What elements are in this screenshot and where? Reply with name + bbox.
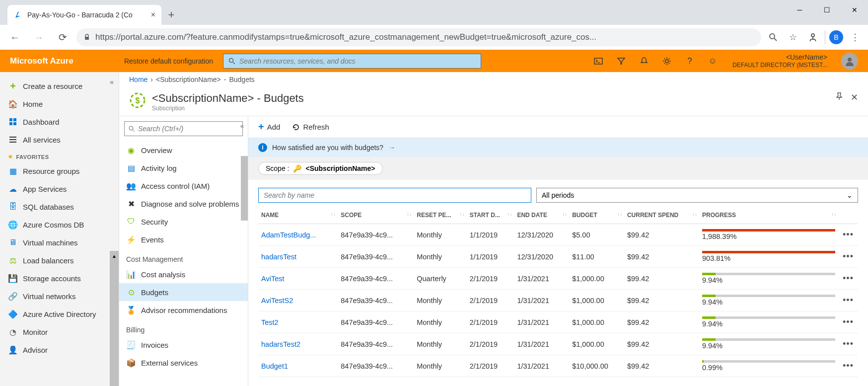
- row-actions-button[interactable]: •••: [838, 224, 858, 246]
- budget-name-link[interactable]: hadarsTest2: [258, 333, 338, 355]
- nav-dashboard[interactable]: Dashboard: [0, 113, 119, 131]
- back-button[interactable]: ←: [5, 27, 25, 47]
- feedback-icon[interactable]: ☺: [703, 51, 723, 71]
- window-maximize[interactable]: ☐: [813, 0, 841, 20]
- resource-menu-item[interactable]: 🧾Invoices: [119, 336, 248, 354]
- breadcrumb-home[interactable]: Home: [129, 76, 147, 83]
- pin-icon[interactable]: [835, 92, 844, 103]
- nav-fav-item[interactable]: 🔷Azure Active Directory: [0, 305, 119, 323]
- nav-fav-item[interactable]: 🖥Virtual machines: [0, 233, 119, 251]
- nav-home[interactable]: 🏠 Home: [0, 95, 119, 113]
- search-by-name-input[interactable]: [258, 188, 531, 203]
- nav-fav-item[interactable]: 🌐Azure Cosmos DB: [0, 216, 119, 233]
- col-scope[interactable]: SCOPE↑↓: [338, 207, 414, 224]
- filter-icon[interactable]: [611, 51, 631, 71]
- nav-all-services[interactable]: All services: [0, 131, 119, 149]
- svg-marker-13: [618, 58, 625, 64]
- collapse-menu-icon[interactable]: «: [240, 122, 244, 130]
- nav-fav-item[interactable]: ⚖Load balancers: [0, 251, 119, 269]
- new-tab-button[interactable]: +: [161, 5, 181, 25]
- budget-name-link[interactable]: AviTestS2: [258, 290, 338, 311]
- row-actions-button[interactable]: •••: [838, 333, 858, 355]
- nav-fav-item[interactable]: ◔Monitor: [0, 323, 119, 341]
- resource-menu-item[interactable]: 🛡Security: [119, 213, 248, 231]
- tab-close-icon[interactable]: ×: [151, 10, 155, 19]
- global-search-input[interactable]: [239, 57, 476, 65]
- budget-name-link[interactable]: Test2: [258, 311, 338, 333]
- resource-menu-item[interactable]: 🏅Advisor recommendations: [119, 301, 248, 319]
- nav-fav-item[interactable]: 💾Storage accounts: [0, 269, 119, 287]
- resource-menu-item[interactable]: ⊙Budgets: [119, 283, 248, 301]
- create-resource[interactable]: + Create a resource: [0, 77, 119, 95]
- nav-fav-item[interactable]: 🔗Virtual networks: [0, 287, 119, 305]
- resource-menu-item[interactable]: ◉Overview: [119, 141, 248, 159]
- menu-icon[interactable]: ⋮: [847, 29, 863, 45]
- resource-search-input[interactable]: [138, 125, 238, 133]
- resource-menu-item[interactable]: ⚡Events: [119, 231, 248, 248]
- forward-button[interactable]: →: [29, 27, 49, 47]
- cell-scope: 847e9a39-4c9...: [338, 355, 414, 377]
- help-icon[interactable]: ?: [680, 51, 700, 71]
- scope-pill[interactable]: Scope : 🔑 <SubscriptionName>: [258, 162, 383, 175]
- table-row: AdamTestBudg... 847e9a39-4c9... Monthly …: [258, 224, 858, 246]
- close-blade-icon[interactable]: ✕: [851, 92, 858, 103]
- settings-icon[interactable]: [657, 51, 677, 71]
- nav-fav-item[interactable]: ▦Resource groups: [0, 162, 119, 180]
- browser-tab[interactable]: Pay-As-You-Go - Barracuda 2 (Co ×: [7, 5, 161, 25]
- svg-marker-0: [15, 12, 20, 18]
- col-progress[interactable]: PROGRESS↑↓: [699, 207, 838, 224]
- profile-avatar[interactable]: B: [829, 30, 843, 44]
- azure-brand[interactable]: Microsoft Azure: [10, 56, 114, 66]
- col-spend[interactable]: CURRENT SPEND↑↓: [624, 207, 699, 224]
- resource-menu-item[interactable]: ▤Activity log: [119, 159, 248, 177]
- nav-fav-item[interactable]: ☁App Services: [0, 180, 119, 198]
- resource-menu-item[interactable]: 📊Cost analysis: [119, 265, 248, 283]
- global-search[interactable]: [223, 54, 481, 69]
- refresh-button[interactable]: Refresh: [292, 123, 329, 131]
- col-budget[interactable]: BUDGET↑↓: [569, 207, 624, 224]
- budget-name-link[interactable]: AdamTestBudg...: [258, 224, 338, 246]
- col-end[interactable]: END DATE↑↓: [514, 207, 569, 224]
- breadcrumb-sub[interactable]: <SubscriptionName>: [156, 76, 221, 83]
- row-actions-button[interactable]: •••: [838, 355, 858, 377]
- restore-config-link[interactable]: Restore default configuration: [124, 57, 213, 65]
- scroll-up-arrow[interactable]: ▲: [110, 251, 119, 261]
- reload-button[interactable]: ⟳: [53, 27, 72, 47]
- cell-spend: $99.42: [624, 311, 699, 333]
- nav-fav-item[interactable]: 🗄SQL databases: [0, 198, 119, 216]
- row-actions-button[interactable]: •••: [838, 290, 858, 311]
- search-icon[interactable]: [765, 29, 781, 45]
- user-info[interactable]: <UserName> DEFAULT DIRECTORY (MSTEST...: [732, 53, 831, 69]
- cast-icon[interactable]: [805, 29, 821, 45]
- col-reset[interactable]: RESET PE...↑↓: [414, 207, 467, 224]
- scrollbar-thumb[interactable]: [110, 261, 119, 386]
- window-close[interactable]: ✕: [841, 0, 868, 20]
- period-select[interactable]: All periods ⌄: [536, 188, 858, 203]
- resource-search[interactable]: [124, 121, 243, 136]
- col-start[interactable]: START D...↑↓: [467, 207, 514, 224]
- col-name[interactable]: NAME↑↓: [258, 207, 338, 224]
- budget-name-link[interactable]: Budget1: [258, 355, 338, 377]
- star-icon[interactable]: ☆: [785, 29, 801, 45]
- budget-name-link[interactable]: hadarsTest: [258, 246, 338, 268]
- row-actions-button[interactable]: •••: [838, 311, 858, 333]
- feedback-banner[interactable]: i How satisfied are you with budgets? →: [248, 138, 868, 157]
- collapse-nav-icon[interactable]: «: [110, 78, 114, 86]
- nav-fav-item[interactable]: 👤Advisor: [0, 341, 119, 359]
- cell-spend: $99.42: [624, 355, 699, 377]
- window-minimize[interactable]: ─: [786, 0, 813, 20]
- cell-start: 2/1/2019: [467, 355, 514, 377]
- notifications-icon[interactable]: [634, 51, 654, 71]
- user-avatar[interactable]: [841, 53, 858, 70]
- address-bar[interactable]: https://portal.azure.com/?feature.canmod…: [76, 28, 761, 46]
- cell-end: 1/31/2021: [514, 333, 569, 355]
- menu-scrollbar[interactable]: [241, 156, 248, 221]
- row-actions-button[interactable]: •••: [838, 268, 858, 290]
- resource-menu-item[interactable]: 📦External services: [119, 354, 248, 372]
- resource-menu-item[interactable]: 👥Access control (IAM): [119, 177, 248, 195]
- cloud-shell-icon[interactable]: [588, 51, 608, 71]
- row-actions-button[interactable]: •••: [838, 246, 858, 268]
- resource-menu-item[interactable]: ✖Diagnose and solve problems: [119, 195, 248, 213]
- add-button[interactable]: + Add: [258, 121, 280, 133]
- budget-name-link[interactable]: AviTest: [258, 268, 338, 290]
